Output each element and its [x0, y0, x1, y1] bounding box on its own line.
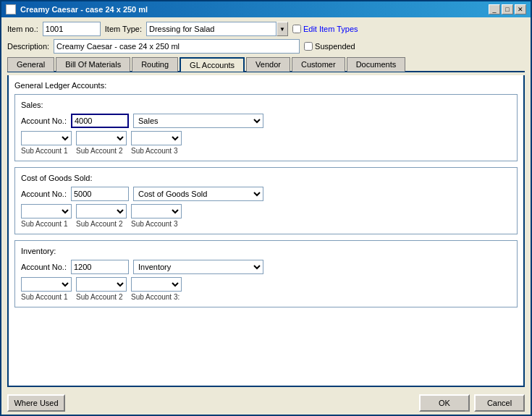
sales-sub3-combo	[131, 131, 182, 145]
sales-sub1-col: Sub Account 1	[21, 131, 72, 155]
inventory-sub1-select[interactable]	[21, 277, 72, 292]
sales-sub1-select[interactable]	[21, 131, 72, 145]
tab-customer[interactable]: Customer	[292, 57, 345, 72]
item-type-input[interactable]	[146, 22, 276, 36]
minimize-button[interactable]: _	[489, 4, 500, 14]
footer-right: OK Cancel	[419, 394, 525, 412]
ok-button[interactable]: OK	[419, 394, 470, 412]
inventory-account-no-label: Account No.:	[21, 263, 67, 271]
footer: Where Used OK Cancel	[1, 391, 531, 415]
cogs-type-combo: Cost of Goods Sold	[133, 187, 263, 201]
maximize-button[interactable]: □	[502, 4, 513, 14]
item-type-label: Item Type:	[105, 25, 142, 33]
description-label: Description:	[7, 42, 49, 51]
cogs-sub2-combo	[76, 204, 127, 218]
description-row: Description: Suspended	[7, 39, 525, 54]
sales-sub3-col: Sub Account 3	[131, 131, 182, 155]
title-bar-left: Creamy Caesar - case 24 x 250 ml	[6, 4, 148, 14]
tab-routing[interactable]: Routing	[132, 57, 178, 72]
inventory-sub2-label: Sub Account 2	[76, 293, 123, 301]
inventory-account-row: Account No.: Inventory	[21, 260, 511, 274]
tab-vendor[interactable]: Vendor	[246, 57, 290, 72]
title-buttons: _ □ ✕	[489, 4, 526, 14]
cogs-sub2-col: Sub Account 2	[76, 204, 127, 228]
item-no-input[interactable]	[43, 22, 101, 36]
window-icon	[6, 4, 16, 14]
sales-sub3-label: Sub Account 3	[131, 147, 178, 155]
sales-account-no-label: Account No.:	[21, 116, 67, 125]
tab-content: General Ledger Accounts: Sales: Account …	[7, 75, 525, 387]
inventory-label: Inventory:	[21, 247, 511, 255]
tab-gl-accounts[interactable]: GL Accounts	[180, 57, 245, 72]
sales-label: Sales:	[21, 101, 511, 109]
close-button[interactable]: ✕	[515, 4, 526, 14]
item-type-combo: ▼	[146, 22, 288, 36]
cogs-account-no-input[interactable]	[71, 187, 129, 201]
description-input[interactable]	[54, 39, 300, 54]
item-type-dropdown-btn[interactable]: ▼	[276, 22, 288, 36]
inventory-sub2-select[interactable]	[76, 277, 127, 292]
tab-documents[interactable]: Documents	[347, 57, 406, 72]
sales-sub-account-row: Sub Account 1 Sub Account 2	[21, 131, 511, 155]
where-used-button[interactable]: Where Used	[7, 394, 65, 412]
sales-account-no-input[interactable]	[71, 114, 129, 128]
edit-item-types-checkbox[interactable]	[292, 25, 301, 33]
item-row: Item no.: Item Type: ▼ Edit Item Types	[7, 22, 525, 36]
main-window: Creamy Caesar - case 24 x 250 ml _ □ ✕ I…	[0, 0, 532, 416]
title-bar: Creamy Caesar - case 24 x 250 ml _ □ ✕	[1, 1, 531, 17]
cogs-sub3-combo	[131, 204, 182, 218]
cogs-account-row: Account No.: Cost of Goods Sold	[21, 187, 511, 201]
inventory-sub1-col: Sub Account 1	[21, 277, 72, 301]
sales-sub1-combo	[21, 131, 72, 145]
sales-sub2-col: Sub Account 2	[76, 131, 127, 155]
suspended-area: Suspended	[304, 42, 355, 51]
inventory-sub2-col: Sub Account 2	[76, 277, 127, 301]
sales-sub1-label: Sub Account 1	[21, 147, 68, 155]
cogs-sub2-select[interactable]	[76, 204, 127, 218]
cogs-sub2-label: Sub Account 2	[76, 220, 123, 228]
cogs-section: Cost of Goods Sold: Account No.: Cost of…	[14, 167, 518, 234]
cogs-type-select[interactable]: Cost of Goods Sold	[133, 187, 263, 201]
gl-accounts-section-title: General Ledger Accounts:	[14, 81, 518, 90]
sales-sub3-select[interactable]	[131, 131, 182, 145]
cancel-button[interactable]: Cancel	[474, 394, 525, 412]
cogs-sub3-select[interactable]	[131, 204, 182, 218]
tab-general[interactable]: General	[7, 57, 54, 72]
inventory-account-no-input[interactable]	[71, 260, 129, 274]
inventory-sub3-label: Sub Account 3:	[131, 293, 180, 301]
sales-sub2-label: Sub Account 2	[76, 147, 123, 155]
inventory-type-combo: Inventory	[133, 260, 263, 274]
cogs-sub1-label: Sub Account 1	[21, 220, 68, 228]
sales-type-combo: Sales	[133, 114, 263, 128]
inventory-sub3-combo	[131, 277, 182, 292]
tabs-bar: General Bill Of Materials Routing GL Acc…	[7, 56, 525, 72]
inventory-sub1-label: Sub Account 1	[21, 293, 68, 301]
cogs-sub3-label: Sub Account 3	[131, 220, 178, 228]
sales-sub2-combo	[76, 131, 127, 145]
sales-sub2-select[interactable]	[76, 131, 127, 145]
cogs-sub1-combo	[21, 204, 72, 218]
inventory-type-select[interactable]: Inventory	[133, 260, 263, 274]
sales-account-row: Account No.: Sales	[21, 114, 511, 128]
sales-type-select[interactable]: Sales	[133, 114, 263, 128]
edit-item-types-area: Edit Item Types	[292, 25, 358, 33]
suspended-checkbox[interactable]	[304, 42, 313, 51]
window-body: Item no.: Item Type: ▼ Edit Item Types D…	[1, 17, 531, 391]
edit-item-types-link[interactable]: Edit Item Types	[303, 25, 358, 33]
inventory-sub1-combo	[21, 277, 72, 292]
inventory-sub-account-row: Sub Account 1 Sub Account 2	[21, 277, 511, 301]
cogs-sub1-col: Sub Account 1	[21, 204, 72, 228]
item-no-label: Item no.:	[7, 25, 38, 33]
suspended-label: Suspended	[315, 42, 355, 51]
cogs-sub1-select[interactable]	[21, 204, 72, 218]
inventory-section: Inventory: Account No.: Inventory	[14, 240, 518, 307]
cogs-label: Cost of Goods Sold:	[21, 174, 511, 182]
cogs-sub3-col: Sub Account 3	[131, 204, 182, 228]
cogs-sub-account-row: Sub Account 1 Sub Account 2	[21, 204, 511, 228]
tab-bill-of-materials[interactable]: Bill Of Materials	[56, 57, 130, 72]
inventory-sub3-select[interactable]	[131, 277, 182, 292]
inventory-sub3-col: Sub Account 3:	[131, 277, 182, 301]
inventory-sub2-combo	[76, 277, 127, 292]
window-title: Creamy Caesar - case 24 x 250 ml	[20, 5, 148, 14]
cogs-account-no-label: Account No.:	[21, 190, 67, 198]
